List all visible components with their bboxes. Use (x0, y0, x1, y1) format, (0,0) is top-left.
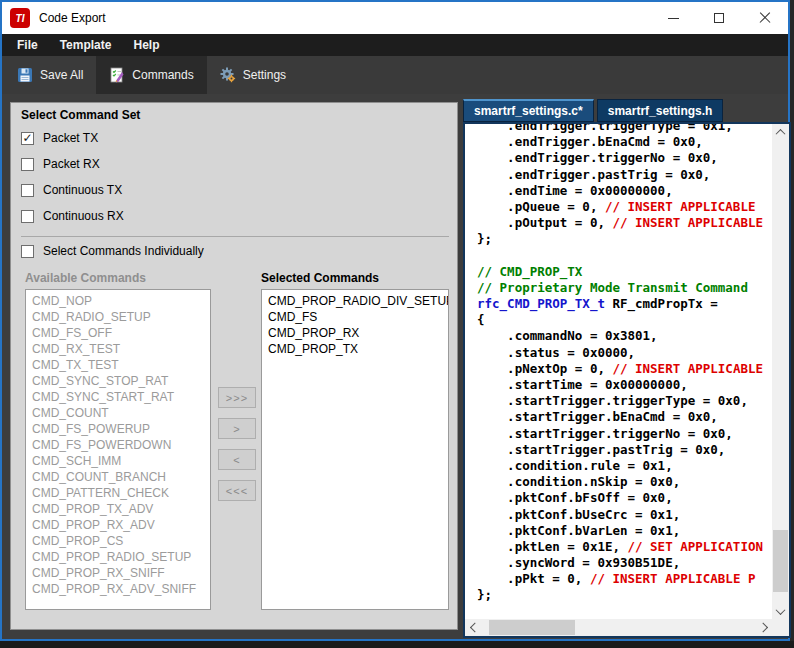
select-individually-row: ✓ Select Commands Individually (21, 244, 204, 258)
code-line: .startTime = 0x00000000, (477, 377, 772, 393)
code-segment: // INSERT APPLICABLE (605, 199, 756, 214)
code-segment: .endTrigger.bEnaCmd = 0x0, (477, 134, 703, 149)
list-item: CMD_PROP_TX_ADV (26, 501, 210, 517)
move-all-right-button[interactable]: >>> (218, 387, 256, 408)
list-item: CMD_RX_TEST (26, 341, 210, 357)
checkbox-continuous-rx[interactable]: ✓ (21, 210, 34, 223)
commands-button[interactable]: Commands (96, 56, 206, 94)
menu-item-help[interactable]: Help (122, 34, 170, 56)
window-bottom-edge (0, 641, 794, 648)
list-item: CMD_COUNT_BRANCH (26, 469, 210, 485)
code-line: .syncWord = 0x930B51DE, (477, 555, 772, 571)
list-item: CMD_FS_OFF (26, 325, 210, 341)
code-segment: .startTrigger.bEnaCmd = 0x0, (477, 409, 718, 424)
code-segment: .pQueue = 0, (477, 199, 605, 214)
checkbox-label: Continuous RX (43, 209, 124, 223)
checkbox-label: Packet TX (43, 131, 98, 145)
code-line: .pktConf.bVarLen = 0x1, (477, 523, 772, 539)
menu-item-file[interactable]: File (6, 34, 49, 56)
window-controls (650, 2, 788, 34)
code-line: .pNextOp = 0, // INSERT APPLICABLE (477, 361, 772, 377)
list-item[interactable]: CMD_FS (262, 309, 448, 325)
list-item: CMD_PROP_CS (26, 533, 210, 549)
list-item[interactable]: CMD_PROP_RX (262, 325, 448, 341)
checkbox-continuous-tx[interactable]: ✓ (21, 184, 34, 197)
checkbox-packet-tx[interactable]: ✓ (21, 132, 34, 145)
checkbox-row: ✓Continuous RX (21, 209, 124, 223)
scroll-up-button[interactable] (772, 124, 789, 140)
code-line: .pktConf.bUseCrc = 0x1, (477, 507, 772, 523)
command-set-checkboxes: ✓Packet TX✓Packet RX✓Continuous TX✓Conti… (21, 131, 124, 235)
code-line: .pOutput = 0, // INSERT APPLICABLE (477, 215, 772, 231)
code-line: rfc_CMD_PROP_TX_t RF_cmdPropTx = (477, 296, 772, 312)
code-line: .startTrigger.triggerNo = 0x0, (477, 426, 772, 442)
list-item: CMD_FS_POWERUP (26, 421, 210, 437)
list-item: CMD_RADIO_SETUP (26, 309, 210, 325)
code-line: }; (477, 587, 772, 603)
save-all-button[interactable]: Save All (4, 56, 96, 94)
code-line: }; (477, 231, 772, 247)
code-segment: .condition.rule = 0x1, (477, 458, 673, 473)
code-content: .endTrigger.triggerType = 0x1, .endTrigg… (465, 124, 772, 604)
code-line: .pktLen = 0x1E, // SET APPLICATION (477, 539, 772, 555)
select-individually-checkbox[interactable]: ✓ (21, 245, 34, 258)
available-commands-list[interactable]: CMD_NOPCMD_RADIO_SETUPCMD_FS_OFFCMD_RX_T… (25, 289, 211, 610)
list-item: CMD_SCH_IMM (26, 453, 210, 469)
code-line: .endTime = 0x00000000, (477, 183, 772, 199)
code-segment: RF_cmdPropTx = (605, 296, 718, 311)
menu-item-template[interactable]: Template (49, 34, 123, 56)
code-line: .endTrigger.triggerType = 0x1, (477, 124, 772, 134)
checkbox-packet-rx[interactable]: ✓ (21, 158, 34, 171)
code-editor-panel: .endTrigger.triggerType = 0x1, .endTrigg… (463, 122, 791, 638)
tab-smartrf-settings-c-[interactable]: smartrf_settings.c* (463, 99, 594, 122)
save-all-label: Save All (40, 68, 83, 82)
commands-label: Commands (132, 68, 193, 82)
move-left-button[interactable]: < (218, 449, 256, 470)
scroll-down-button[interactable] (772, 603, 789, 619)
move-all-left-button[interactable]: <<< (218, 480, 256, 501)
code-segment: .startTrigger.triggerNo = 0x0, (477, 426, 733, 441)
list-item[interactable]: CMD_PROP_RADIO_DIV_SETUP (262, 293, 448, 309)
code-line: .condition.rule = 0x1, (477, 458, 772, 474)
chevron-left-icon (469, 623, 479, 633)
code-export-window: TI Code Export FileTemplateHelp Save All (0, 0, 790, 641)
tab-smartrf-settings-h[interactable]: smartrf_settings.h (597, 99, 724, 122)
selected-commands-label: Selected Commands (261, 271, 379, 285)
checkbox-row: ✓Packet TX (21, 131, 124, 145)
settings-button[interactable]: Settings (207, 56, 299, 94)
checkbox-label: Packet RX (43, 157, 100, 171)
horizontal-scrollbar-thumb[interactable] (489, 620, 575, 635)
check-icon: ✓ (22, 133, 32, 143)
scroll-left-button[interactable] (465, 619, 481, 636)
move-right-button[interactable]: > (218, 418, 256, 439)
panel-heading: Select Command Set (21, 108, 140, 122)
code-line: .startTrigger.bEnaCmd = 0x0, (477, 409, 772, 425)
code-segment: .pktConf.bFsOff = 0x0, (477, 490, 673, 505)
code-segment: .startTrigger.pastTrig = 0x0, (477, 442, 725, 457)
horizontal-scrollbar[interactable] (465, 619, 772, 636)
code-line: .commandNo = 0x3801, (477, 328, 772, 344)
list-item: CMD_PROP_RADIO_SETUP (26, 549, 210, 565)
floppy-disk-icon (17, 67, 33, 83)
code-line: .status = 0x0000, (477, 345, 772, 361)
selected-commands-list[interactable]: CMD_PROP_RADIO_DIV_SETUPCMD_FSCMD_PROP_R… (261, 289, 449, 610)
maximize-button[interactable] (696, 2, 742, 34)
chevron-right-icon (758, 623, 768, 633)
vertical-scrollbar[interactable] (772, 124, 789, 619)
title-bar: TI Code Export (2, 2, 788, 34)
scroll-right-button[interactable] (756, 619, 772, 636)
code-line: .condition.nSkip = 0x0, (477, 474, 772, 490)
vertical-scrollbar-thumb[interactable] (773, 530, 788, 592)
list-item: CMD_FS_POWERDOWN (26, 437, 210, 453)
minimize-button[interactable] (650, 2, 696, 34)
checklist-pencil-icon (109, 67, 125, 83)
close-button[interactable] (742, 2, 788, 34)
code-line: .endTrigger.triggerNo = 0x0, (477, 150, 772, 166)
list-item: CMD_NOP (26, 293, 210, 309)
list-item[interactable]: CMD_PROP_TX (262, 341, 448, 357)
list-item: CMD_PROP_RX_ADV_SNIFF (26, 581, 210, 597)
code-segment: }; (477, 231, 492, 246)
code-editor[interactable]: .endTrigger.triggerType = 0x1, .endTrigg… (465, 124, 772, 619)
list-item: CMD_TX_TEST (26, 357, 210, 373)
list-item: CMD_SYNC_STOP_RAT (26, 373, 210, 389)
